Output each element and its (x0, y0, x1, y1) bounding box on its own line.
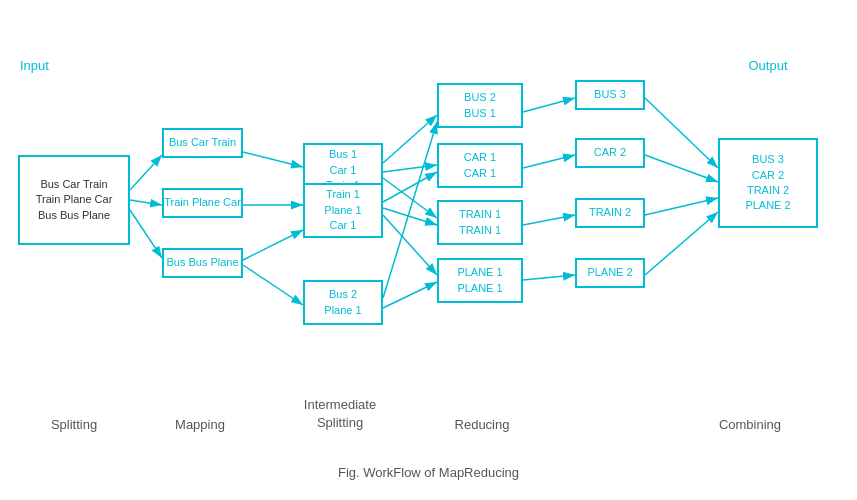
input-box: Bus Car Train Train Plane Car Bus Bus Pl… (18, 155, 130, 245)
svg-line-6 (243, 230, 303, 260)
inter2-box: CAR 1 CAR 1 (437, 143, 523, 188)
svg-line-18 (523, 215, 575, 225)
inter1-box: BUS 2 BUS 1 (437, 83, 523, 128)
svg-line-19 (523, 275, 575, 280)
svg-line-9 (383, 165, 437, 172)
diagram: Input Bus Car Train Train Plane Car Bus … (0, 0, 857, 500)
map2-box: Train Plane Car (162, 188, 243, 218)
svg-line-4 (243, 152, 303, 167)
svg-line-7 (243, 265, 303, 305)
svg-line-3 (130, 210, 162, 258)
svg-line-1 (130, 155, 162, 190)
split3-box: Bus 2 Plane 1 (303, 280, 383, 325)
svg-line-11 (383, 172, 437, 202)
figure-label: Fig. WorkFlow of MapReducing (0, 465, 857, 480)
mapping-label: Mapping (155, 417, 245, 432)
combining-label: Combining (695, 417, 805, 432)
svg-line-10 (383, 178, 437, 218)
svg-line-21 (645, 155, 718, 182)
intermediate-splitting-label: IntermediateSplitting (285, 396, 395, 432)
split2-box: Train 1 Plane 1 Car 1 (303, 183, 383, 238)
reducing-label: Reducing (432, 417, 532, 432)
map1-box: Bus Car Train (162, 128, 243, 158)
svg-line-13 (383, 215, 437, 275)
map3-box: Bus Bus Plane (162, 248, 243, 278)
output-label: Output (718, 58, 818, 73)
svg-line-12 (383, 208, 437, 225)
reduce1-box: BUS 3 (575, 80, 645, 110)
svg-line-23 (645, 212, 718, 275)
reduce2-box: CAR 2 (575, 138, 645, 168)
svg-line-15 (383, 282, 437, 308)
output-box: BUS 3 CAR 2 TRAIN 2 PLANE 2 (718, 138, 818, 228)
reduce3-box: TRAIN 2 (575, 198, 645, 228)
svg-line-14 (383, 122, 437, 298)
svg-line-20 (645, 98, 718, 168)
reduce4-box: PLANE 2 (575, 258, 645, 288)
svg-line-8 (383, 115, 437, 163)
svg-line-2 (130, 200, 162, 205)
inter3-box: TRAIN 1 TRAIN 1 (437, 200, 523, 245)
inter4-box: PLANE 1 PLANE 1 (437, 258, 523, 303)
input-label: Input (20, 58, 49, 73)
svg-line-22 (645, 198, 718, 215)
svg-line-17 (523, 155, 575, 168)
splitting-label: Splitting (18, 417, 130, 432)
svg-line-16 (523, 98, 575, 112)
